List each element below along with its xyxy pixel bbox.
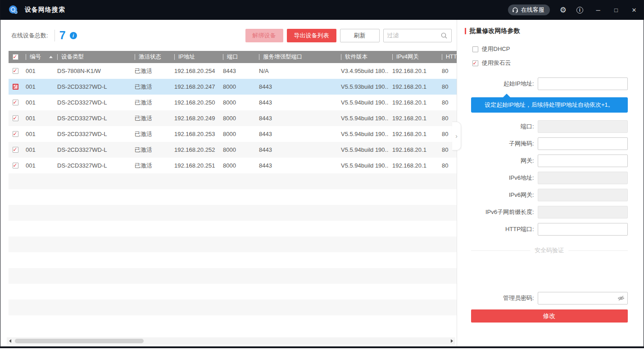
cloud-checkbox[interactable] xyxy=(472,60,478,66)
ipv6-address-label: IPv6地址: xyxy=(465,174,534,182)
search-icon[interactable] xyxy=(440,32,448,39)
table-row[interactable]: 001 DS-2CD3327WD-L 已激活 192.168.20.252 80… xyxy=(9,142,457,158)
cell-enhanced-port: 8443 xyxy=(255,162,337,169)
cell-id: 001 xyxy=(22,115,54,122)
cell-device-type: DS-2CD3327WD-L xyxy=(54,162,131,169)
http-port-input[interactable] xyxy=(538,223,628,236)
modify-button[interactable]: 修改 xyxy=(471,309,628,323)
cell-ip-address: 192.168.20.253 xyxy=(171,131,219,137)
minimize-button[interactable]: ─ xyxy=(595,7,601,14)
batch-modify-panel: 批量修改网络参数 使用DHCP 使用萤石云 起始IP地址: 设定起始IP地址，后… xyxy=(457,20,644,346)
table-row[interactable]: 001 DS-7808N-K1/W 已激活 192.168.20.254 844… xyxy=(9,63,457,79)
horizontal-scrollbar[interactable] xyxy=(7,337,455,345)
device-table: 编号 设备类型 激活状态 IP地址 端口 服务增强型端口 软件版本 IPv4网关… xyxy=(9,51,457,331)
header-cell-ipv4-gateway[interactable]: IPv4网关 xyxy=(389,53,438,61)
header-cell-http-port[interactable]: HTTP端口 xyxy=(438,53,457,61)
table-row[interactable]: 001 DS-2CD3327WD-L 已激活 192.168.20.247 80… xyxy=(9,79,457,95)
header-cell-select-all[interactable] xyxy=(9,54,22,60)
table-empty-row xyxy=(9,300,457,315)
select-all-checkbox[interactable] xyxy=(13,54,18,60)
row-checkbox[interactable] xyxy=(13,68,18,74)
ipv6-prefix-input xyxy=(538,206,628,218)
export-device-list-button[interactable]: 导出设备列表 xyxy=(287,29,336,42)
cell-port: 8000 xyxy=(219,146,255,153)
online-count-value: 7 xyxy=(59,29,66,42)
cell-software-version: V3.4.95build 180... xyxy=(337,68,389,74)
headset-icon xyxy=(512,7,518,13)
panel-title: 批量修改网络参数 xyxy=(470,27,520,35)
password-visibility-icon[interactable] xyxy=(617,295,625,302)
header-cell-id[interactable]: 编号 xyxy=(22,53,54,61)
count-info-icon[interactable]: i xyxy=(70,32,77,39)
online-support-button[interactable]: 在线客服 xyxy=(508,5,550,15)
row-checkbox[interactable] xyxy=(13,147,18,153)
panel-collapse-handle[interactable]: › xyxy=(452,122,461,150)
table-row[interactable]: 001 DS-2CD3327WD-L 已激活 192.168.20.250 80… xyxy=(9,95,457,110)
unbind-device-button[interactable]: 解绑设备 xyxy=(245,29,283,42)
header-cell-activation-status[interactable]: 激活状态 xyxy=(131,53,171,61)
scrollbar-thumb[interactable] xyxy=(15,339,144,343)
refresh-button[interactable]: 刷新 xyxy=(340,29,380,42)
table-row[interactable]: 001 DS-2CD3327WD-L 已激活 192.168.20.253 80… xyxy=(9,126,457,142)
cloud-checkbox-row[interactable]: 使用萤石云 xyxy=(472,59,636,67)
cell-port: 8000 xyxy=(219,115,255,122)
cell-activation-status: 已激活 xyxy=(131,114,171,123)
subnet-mask-input[interactable] xyxy=(538,137,628,150)
header-cell-software-version[interactable]: 软件版本 xyxy=(337,53,389,61)
divider xyxy=(54,30,55,41)
table-empty-row xyxy=(9,189,457,205)
scroll-right-icon[interactable] xyxy=(451,339,453,343)
online-count-label: 在线设备总数: xyxy=(11,32,48,40)
dhcp-checkbox[interactable] xyxy=(472,46,478,52)
dhcp-label: 使用DHCP xyxy=(482,45,510,53)
cell-software-version: V5.5.94build 190... xyxy=(337,115,389,122)
cell-ip-address: 192.168.20.249 xyxy=(171,115,219,122)
start-ip-input[interactable] xyxy=(538,77,628,90)
table-empty-row xyxy=(9,205,457,221)
app-window: 设备网络搜索 在线客服 ⚙ i ─ □ ✕ 在线设备总数: xyxy=(0,0,644,348)
row-checkbox[interactable] xyxy=(13,163,18,168)
header-cell-device-type[interactable]: 设备类型 xyxy=(54,53,131,61)
cell-activation-status: 已激活 xyxy=(131,99,171,107)
filter-input[interactable] xyxy=(387,32,440,39)
cell-device-type: DS-2CD3327WD-L xyxy=(54,115,131,122)
start-ip-label: 起始IP地址: xyxy=(465,80,534,88)
cell-ipv4-gateway: 192.168.20.1 xyxy=(389,162,438,169)
cell-software-version: V5.5.94build 190... xyxy=(337,99,389,106)
gateway-input[interactable] xyxy=(538,155,628,167)
start-ip-tooltip: 设定起始IP地址，后续待处理IP地址自动依次+1。 xyxy=(471,97,628,113)
settings-gear-icon[interactable]: ⚙ xyxy=(560,6,567,14)
app-title: 设备网络搜索 xyxy=(25,6,65,14)
scroll-left-icon[interactable] xyxy=(9,339,11,343)
header-cell-ip-address[interactable]: IP地址 xyxy=(171,53,219,61)
cell-device-type: DS-7808N-K1/W xyxy=(54,68,131,74)
table-empty-row xyxy=(9,315,457,331)
chevron-right-icon: › xyxy=(455,132,458,140)
header-cell-port[interactable]: 端口 xyxy=(219,53,255,61)
maximize-button[interactable]: □ xyxy=(613,7,619,14)
dhcp-checkbox-row[interactable]: 使用DHCP xyxy=(472,45,636,53)
ipv6-prefix-label: IPv6子网前缀长度: xyxy=(465,208,534,216)
row-checkbox[interactable] xyxy=(13,100,18,105)
cell-activation-status: 已激活 xyxy=(131,67,171,75)
close-button[interactable]: ✕ xyxy=(631,7,637,14)
row-checkbox[interactable] xyxy=(13,115,18,121)
cell-http-port: 80 xyxy=(438,68,457,74)
cell-ipv4-gateway: 192.168.20.1 xyxy=(389,146,438,153)
table-row[interactable]: 001 DS-2CD3327WD-L 已激活 192.168.20.249 80… xyxy=(9,110,457,126)
header-cell-enhanced-port[interactable]: 服务增强型端口 xyxy=(255,53,337,61)
row-checkbox[interactable] xyxy=(13,131,18,137)
http-port-label: HTTP端口: xyxy=(465,225,534,233)
title-marker xyxy=(465,28,466,34)
table-empty-row xyxy=(9,173,457,189)
cell-device-type: DS-2CD3327WD-L xyxy=(54,131,131,137)
about-info-icon[interactable]: i xyxy=(576,7,583,14)
table-row[interactable]: 001 DS-2CD3327WD-L 已激活 192.168.20.251 80… xyxy=(9,158,457,173)
cell-ipv4-gateway: 192.168.20.1 xyxy=(389,115,438,122)
admin-password-input[interactable] xyxy=(538,292,628,305)
cell-activation-status: 已激活 xyxy=(131,83,171,91)
port-label: 端口: xyxy=(465,123,534,131)
cell-ip-address: 192.168.20.247 xyxy=(171,83,219,90)
row-checkbox[interactable] xyxy=(13,84,18,90)
titlebar: 设备网络搜索 在线客服 ⚙ i ─ □ ✕ xyxy=(0,0,644,20)
